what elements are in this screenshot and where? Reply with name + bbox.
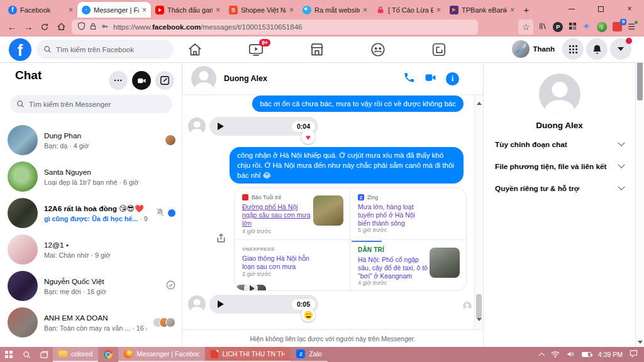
tab-website[interactable]: Ra mắt website C × bbox=[298, 2, 372, 18]
close-tab-icon[interactable]: × bbox=[289, 6, 294, 14]
card-video-thumbnail[interactable] bbox=[236, 285, 266, 291]
card-title[interactable]: Hà Nội: Phố cổ ngập sâu, cây đổ đè taxi,… bbox=[358, 256, 428, 280]
marketplace-tab-icon[interactable] bbox=[308, 41, 326, 58]
idm-extension-icon[interactable]: ↓ bbox=[597, 22, 607, 32]
qr-extension-icon[interactable] bbox=[569, 21, 577, 33]
wifi-icon[interactable] bbox=[551, 349, 560, 360]
facebook-logo[interactable]: f bbox=[9, 38, 31, 61]
phone-call-icon[interactable] bbox=[403, 72, 415, 86]
facebook-search-input[interactable]: Tìm kiếm trên Facebook bbox=[36, 40, 174, 59]
scroll-down-arrow[interactable] bbox=[638, 341, 643, 344]
conversation-12a6[interactable]: 12A6 rất là hoà đồng 😘😎❤️gì cũng được: Ũ… bbox=[4, 195, 179, 231]
library-icon[interactable] bbox=[539, 21, 547, 33]
conversation-santa-nguyen[interactable]: Santa NguyenLoại đẹp là 1tr7 bạn nhé · 6… bbox=[4, 158, 179, 195]
voice-message-bubble[interactable]: 0:04 ♥ bbox=[209, 117, 318, 136]
battery-icon[interactable] bbox=[582, 352, 591, 357]
account-menu-button[interactable] bbox=[610, 38, 631, 60]
minimize-button[interactable] bbox=[557, 0, 586, 18]
forward-icon[interactable]: → bbox=[20, 19, 36, 35]
link-card-vnexpress[interactable]: VNEXPRESS Giao thông Hà Nội hỗn loạn sau… bbox=[235, 240, 350, 290]
restore-button[interactable] bbox=[586, 0, 615, 18]
close-tab-icon[interactable]: × bbox=[69, 6, 73, 14]
reaction-badge[interactable] bbox=[301, 308, 315, 322]
notifications-button[interactable] bbox=[586, 38, 608, 60]
task-view-icon[interactable] bbox=[35, 347, 53, 362]
tab-to-cao-lua-dao[interactable]: [ Tố Cáo Lừa Đảo × bbox=[372, 2, 445, 18]
taskbar-firefox-button[interactable]: Messenger | Facebook... bbox=[118, 347, 205, 362]
home-tab-icon[interactable] bbox=[186, 41, 204, 58]
shield-icon[interactable] bbox=[77, 21, 86, 33]
link-card-zing[interactable]: Zing Mưa lớn, hàng loạt tuyến phố ở Hà N… bbox=[350, 188, 466, 240]
conversation-12at1[interactable]: 12@1 •Mai: Chán nhờ · 9 giờ bbox=[4, 231, 179, 268]
play-icon[interactable] bbox=[218, 123, 224, 130]
tab-youtube[interactable]: Thách đấu gaming × bbox=[151, 2, 225, 18]
start-button[interactable] bbox=[0, 347, 18, 362]
reload-icon[interactable] bbox=[36, 19, 53, 35]
conversation-dung-phan[interactable]: Dung PhanBạn: dạ · 4 giờ bbox=[4, 122, 179, 158]
peer-avatar[interactable] bbox=[191, 66, 216, 91]
messenger-search-input[interactable]: Tìm kiếm trên Messenger bbox=[10, 95, 172, 113]
conversation-info-icon[interactable] bbox=[446, 72, 459, 85]
options-button[interactable]: ··· bbox=[109, 71, 128, 90]
apps-menu-button[interactable] bbox=[562, 38, 584, 60]
home-icon[interactable] bbox=[53, 19, 69, 35]
red-extension-icon[interactable]: 0 bbox=[613, 22, 622, 31]
watch-tab-icon[interactable]: 9+ bbox=[247, 41, 265, 58]
clock[interactable]: 4:39 PM bbox=[598, 351, 623, 358]
taskbar-chrome-button[interactable] bbox=[98, 347, 118, 362]
card-title[interactable]: Đường phố Hà Nội ngập sâu sau cơn mưa lớ… bbox=[242, 203, 313, 227]
outgoing-message[interactable]: bác ơi ổn cả chưa bác, mưa to vậy rồi có… bbox=[252, 96, 464, 112]
taskbar-explorer-button[interactable]: colored bbox=[53, 347, 98, 362]
section-media-files-links[interactable]: File phương tiện, file và liên kết bbox=[484, 155, 635, 177]
tray-expand-icon[interactable] bbox=[538, 352, 545, 358]
close-tab-icon[interactable]: × bbox=[363, 6, 367, 14]
link-card-dantri[interactable]: DÂN TRÍ Hà Nội: Phố cổ ngập sâu, cây đổ … bbox=[350, 240, 466, 290]
chat-scrollbar[interactable] bbox=[474, 94, 483, 329]
play-icon[interactable] bbox=[218, 300, 224, 308]
close-tab-icon[interactable]: × bbox=[510, 6, 514, 14]
bookmark-star-icon[interactable]: ☆ bbox=[518, 19, 533, 35]
address-bar[interactable]: https://www.facebook.com/messages/t/1000… bbox=[72, 19, 478, 35]
taskbar-pdf-button[interactable]: LỊCH THI THU TN THP... bbox=[205, 347, 291, 362]
tab-messenger[interactable]: Messenger | Faceb × bbox=[77, 2, 151, 18]
tab-facebook[interactable]: Facebook × bbox=[4, 2, 77, 18]
new-tab-button[interactable]: + bbox=[519, 2, 534, 17]
back-icon[interactable]: ← bbox=[4, 19, 20, 35]
new-video-call-button[interactable] bbox=[132, 71, 151, 90]
conversation-nguyen-quoc-viet[interactable]: Nguyễn Quốc ViệtBạn: mẹ đời · 16 giờ bbox=[4, 268, 179, 304]
close-tab-icon[interactable]: × bbox=[216, 6, 220, 14]
groups-tab-icon[interactable] bbox=[369, 41, 387, 58]
volume-icon[interactable] bbox=[567, 349, 575, 360]
profile-chip[interactable]: Thanh bbox=[512, 40, 555, 58]
close-window-button[interactable]: × bbox=[615, 0, 644, 18]
action-center-icon[interactable] bbox=[630, 349, 638, 360]
scrollbar-thumb[interactable] bbox=[476, 294, 482, 319]
conversation-anh-em-xa-doan[interactable]: ANH EM XA DOANBạn: Toán còn may ra văn .… bbox=[4, 304, 179, 341]
section-customize-chat[interactable]: Tùy chỉnh đoạn chat bbox=[484, 133, 635, 155]
taskbar-zalo-button[interactable]: Zalo bbox=[291, 347, 327, 362]
section-privacy-support[interactable]: Quyền riêng tư & hỗ trợ bbox=[484, 177, 635, 199]
close-tab-icon[interactable]: × bbox=[436, 6, 441, 14]
peer-avatar-large[interactable] bbox=[539, 74, 580, 115]
voice-message-bubble[interactable]: 0:05 bbox=[209, 295, 318, 314]
scroll-down-arrow[interactable] bbox=[477, 322, 482, 327]
scrollbar-thumb[interactable] bbox=[637, 59, 643, 101]
tab-shopee[interactable]: Shopee Việt Nam × bbox=[225, 2, 298, 18]
reaction-badge[interactable]: ♥ bbox=[301, 130, 315, 144]
page-scrollbar[interactable] bbox=[635, 36, 644, 347]
scroll-up-arrow[interactable] bbox=[477, 97, 482, 102]
card-title[interactable]: Mưa lớn, hàng loạt tuyến phố ở Hà Nội bi… bbox=[358, 203, 428, 227]
tab-tpbank[interactable]: TPBank eBanking × bbox=[445, 2, 519, 18]
card-title[interactable]: Giao thông Hà Nội hỗn loạn sau cơn mưa bbox=[242, 255, 313, 271]
permissions-icon[interactable] bbox=[101, 21, 109, 33]
menu-icon[interactable]: ☰ bbox=[628, 22, 635, 31]
video-call-icon[interactable] bbox=[424, 72, 437, 86]
link-card-tuoitre[interactable]: Báo Tuổi trẻ Đường phố Hà Nội ngập sâu s… bbox=[235, 188, 350, 240]
close-tab-icon[interactable]: × bbox=[142, 6, 147, 14]
lock-icon[interactable] bbox=[89, 21, 97, 33]
outgoing-message[interactable]: công nhận ở Hà Nội khiếp quá. Ở cưjút mư… bbox=[230, 147, 464, 184]
gaming-tab-icon[interactable] bbox=[430, 41, 448, 58]
arrow-extension-icon[interactable] bbox=[582, 21, 591, 33]
compose-button[interactable] bbox=[155, 71, 174, 90]
taskbar-search-icon[interactable] bbox=[18, 347, 35, 362]
